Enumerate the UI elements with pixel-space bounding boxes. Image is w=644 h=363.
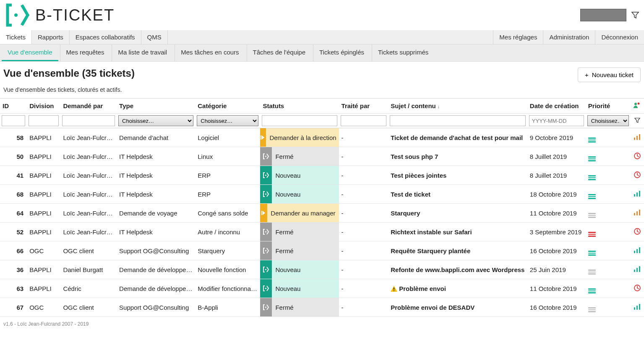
col-category[interactable]: Catégorie <box>195 99 260 114</box>
col-subject[interactable]: Sujet / contenu↓ <box>388 99 527 114</box>
col-priority[interactable]: Priorité <box>586 99 631 114</box>
table-row[interactable]: 68BAPPLILoïc Jean-FulcrandIT HelpdeskERP… <box>0 185 644 204</box>
table-row[interactable]: 58BAPPLILoïc Jean-FulcrandDemande d'acha… <box>0 128 644 147</box>
nav-rapports[interactable]: Rapports <box>32 30 70 44</box>
priority-icon <box>588 307 596 312</box>
status-bars-icon <box>634 304 640 310</box>
nav-qms[interactable]: QMS <box>141 30 168 44</box>
svg-point-1 <box>634 103 637 105</box>
user-status-icon <box>633 102 640 109</box>
subnav-my-requests[interactable]: Mes requêtes <box>60 44 110 61</box>
filter-handled-by-input[interactable] <box>341 115 387 126</box>
cell-handled-by: - <box>339 279 388 298</box>
priority-icon <box>588 194 596 199</box>
cell-priority <box>586 241 631 260</box>
col-type[interactable]: Type <box>117 99 195 114</box>
cell-id: 41 <box>0 166 27 185</box>
col-id[interactable]: ID <box>0 99 27 114</box>
status-icon <box>260 128 266 147</box>
search-box[interactable] <box>580 9 626 21</box>
table-row[interactable]: 66OGCOGC clientSupport OG@ConsultingStar… <box>0 241 644 260</box>
status-label: Fermé <box>272 147 339 166</box>
subnav-my-tasks[interactable]: Mes tâches en cours <box>175 44 245 61</box>
new-ticket-label: Nouveau ticket <box>592 71 634 78</box>
filter-category-select[interactable]: Choisissez… <box>197 115 258 126</box>
svg-point-6 <box>265 175 266 176</box>
cell-subject: Starquery <box>388 204 527 223</box>
priority-icon <box>588 270 596 275</box>
nav-logout[interactable]: Déconnexion <box>595 30 644 44</box>
cell-priority <box>586 260 631 279</box>
cell-type: IT Helpdesk <box>117 223 195 241</box>
page-header: Vue d'ensemble (35 tickets) + Nouveau ti… <box>0 62 644 85</box>
cell-id: 68 <box>0 185 27 204</box>
col-requested-by[interactable]: Demandé par <box>60 99 117 114</box>
table-row[interactable]: 41BAPPLILoïc Jean-FulcrandIT HelpdeskERP… <box>0 166 644 185</box>
subnav-overview[interactable]: Vue d'ensemble <box>2 44 58 61</box>
page-subtitle: Vue d'ensemble des tickets, cloturés et … <box>0 85 644 98</box>
cell-division: OGC <box>27 241 60 260</box>
svg-point-13 <box>265 269 266 270</box>
cell-handled-by: - <box>339 185 388 204</box>
subnav-team-tasks[interactable]: Tâches de l'équipe <box>247 44 311 61</box>
cell-subject: Refonte de www.bappli.com avec Wordpress <box>388 260 527 279</box>
cell-requested-by: Cédric <box>60 279 117 298</box>
filter-date-input[interactable] <box>529 115 584 126</box>
col-status[interactable]: Statuts <box>260 99 339 114</box>
plus-icon: + <box>585 71 589 78</box>
col-handled-by[interactable]: Traité par <box>339 99 388 114</box>
filter-icon[interactable] <box>634 118 640 124</box>
filter-division-input[interactable] <box>29 115 59 126</box>
nav-settings[interactable]: Mes réglages <box>493 30 543 44</box>
table-row[interactable]: 63BAPPLICédricDemande de développementMo… <box>0 279 644 298</box>
filter-requested-by-input[interactable] <box>62 115 115 126</box>
col-division[interactable]: Division <box>27 99 60 114</box>
subnav-pinned[interactable]: Tickets épinglés <box>313 44 370 61</box>
table-row[interactable]: 52BAPPLILoïc Jean-FulcrandIT HelpdeskAut… <box>0 223 644 241</box>
overdue-clock-icon <box>634 228 641 235</box>
table-filter-row: Choisissez… Choisissez… Choisissez… <box>0 114 644 128</box>
filter-id-input[interactable] <box>2 115 25 126</box>
filter-type-select[interactable]: Choisissez… <box>118 115 193 126</box>
overdue-clock-icon <box>634 284 641 292</box>
status-label: Fermé <box>272 298 339 316</box>
svg-rect-16 <box>394 290 394 291</box>
table-row[interactable]: 64BAPPLILoïc Jean-FulcrandDemande de voy… <box>0 204 644 223</box>
cell-id: 66 <box>0 241 27 260</box>
cell-priority <box>586 204 631 223</box>
cell-extra <box>631 298 644 317</box>
cell-status: Nouveau <box>260 279 339 298</box>
subnav-deleted[interactable]: Tickets supprimés <box>372 44 434 61</box>
table-row[interactable]: 36BAPPLIDaniel BurgattDemande de dévelop… <box>0 260 644 279</box>
filter-subject-input[interactable] <box>390 115 526 126</box>
cell-category: Nouvelle fonction <box>195 260 260 279</box>
cell-status: Fermé <box>260 241 339 260</box>
new-ticket-button[interactable]: + Nouveau ticket <box>578 67 641 82</box>
col-created[interactable]: Date de création <box>527 99 586 114</box>
cell-division: BAPPLI <box>27 128 60 147</box>
overdue-clock-icon <box>634 171 641 179</box>
cell-subject: Test sous php 7 <box>388 147 527 166</box>
cell-status: Fermé <box>260 147 339 166</box>
nav-admin[interactable]: Administration <box>543 30 595 44</box>
subnav-worklist[interactable]: Ma liste de travail <box>112 44 173 61</box>
sort-indicator-icon: ↓ <box>438 104 440 109</box>
filter-priority-select[interactable]: Choisissez… <box>587 115 629 126</box>
cell-created: 16 Octobre 2019 <box>527 241 586 260</box>
table-row[interactable]: 50BAPPLILoïc Jean-FulcrandIT HelpdeskLin… <box>0 147 644 166</box>
svg-point-14 <box>265 288 266 289</box>
nav-espaces[interactable]: Espaces collaboratifs <box>70 30 141 44</box>
table-row[interactable]: 67OGCOGC clientSupport OG@ConsultingB-Ap… <box>0 298 644 317</box>
nav-tickets[interactable]: Tickets <box>0 30 32 44</box>
priority-icon <box>588 213 596 218</box>
status-icon <box>260 185 272 203</box>
filter-status-input[interactable] <box>262 115 337 126</box>
status-label: Demander à la direction <box>266 128 339 147</box>
svg-point-8 <box>265 194 266 195</box>
cell-type: IT Helpdesk <box>117 166 195 185</box>
cell-created: 18 Octobre 2019 <box>527 185 586 204</box>
priority-icon <box>588 156 596 161</box>
filter-icon[interactable] <box>631 11 639 19</box>
cell-subject: Richtext instable sur Safari <box>388 223 527 241</box>
cell-handled-by: - <box>339 298 388 317</box>
